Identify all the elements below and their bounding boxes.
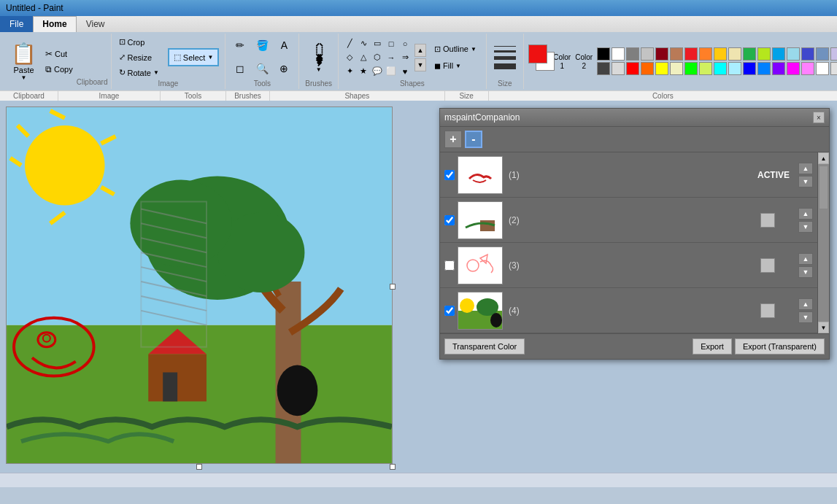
color1-box[interactable] — [528, 44, 547, 63]
swatch-red2[interactable] — [626, 62, 639, 75]
shape-callout1[interactable]: 💬 — [371, 65, 384, 78]
swatch-indigo[interactable] — [772, 62, 785, 75]
copy-button[interactable]: ⧉ Copy — [42, 63, 77, 76]
layer-3-vis-box[interactable] — [760, 258, 775, 273]
resize-handle-right[interactable] — [390, 284, 396, 290]
size-line-2[interactable] — [494, 50, 516, 53]
swatch-orange[interactable] — [699, 47, 712, 61]
cut-button[interactable]: ✂ Cut — [42, 47, 77, 61]
swatch-yellow[interactable] — [714, 47, 727, 61]
shape-star4[interactable]: ✦ — [343, 65, 356, 78]
eraser-tool[interactable]: ◻ — [230, 58, 250, 79]
shape-arrow2[interactable]: ⇒ — [398, 51, 412, 64]
layer-4-down[interactable]: ▼ — [798, 311, 813, 323]
layer-4-vis-box[interactable] — [760, 303, 775, 318]
scroll-up-arrow[interactable]: ▲ — [818, 152, 829, 164]
swatch-green[interactable] — [743, 47, 756, 61]
shapes-down-arrow[interactable]: ▼ — [414, 58, 426, 71]
scroll-down-arrow[interactable]: ▼ — [818, 322, 829, 333]
swatch-darkred[interactable] — [655, 47, 668, 61]
tab-home[interactable]: Home — [33, 16, 76, 32]
companion-close-button[interactable]: × — [813, 112, 825, 123]
swatch-lilac[interactable] — [830, 47, 837, 61]
shape-heart[interactable]: ♥ — [398, 65, 412, 78]
swatch-ltblue[interactable] — [787, 47, 800, 61]
swatch-yellowgreen[interactable] — [699, 62, 712, 75]
layer-1-up[interactable]: ▲ — [798, 163, 813, 174]
shape-diamond[interactable]: ◇ — [343, 51, 356, 64]
swatch-yellow2[interactable] — [655, 62, 668, 75]
layer-4-checkbox[interactable] — [444, 306, 455, 316]
paint-canvas[interactable] — [6, 106, 393, 464]
layer-1-down[interactable]: ▼ — [798, 176, 813, 187]
fill-tool[interactable]: 🪣 — [252, 35, 272, 55]
swatch-orange2[interactable] — [641, 62, 654, 75]
fill-button[interactable]: ◼ Fill ▼ — [429, 59, 482, 73]
swatch-ltgreen2[interactable] — [684, 62, 698, 75]
swatch-ltyelow2[interactable] — [670, 62, 683, 75]
swatch-ltgreen[interactable] — [757, 47, 771, 61]
size-line-1[interactable] — [494, 46, 516, 47]
size-line-4[interactable] — [494, 63, 516, 69]
pencil-tool[interactable]: ✏ — [230, 35, 250, 55]
size-line-3[interactable] — [494, 56, 516, 60]
export-button[interactable]: Export — [693, 338, 732, 354]
color-picker-tool[interactable]: 🔍 — [252, 58, 272, 79]
layer-2-checkbox[interactable] — [444, 215, 455, 225]
swatch-blue[interactable] — [772, 47, 785, 61]
remove-layer-button[interactable]: - — [465, 131, 482, 148]
resize-handle-corner[interactable] — [390, 464, 396, 470]
crop-button[interactable]: ⊡ Crop — [115, 35, 163, 49]
swatch-cyan[interactable] — [714, 62, 727, 75]
swatch-blue2[interactable] — [743, 62, 756, 75]
text-tool[interactable]: A — [274, 35, 294, 55]
rotate-button[interactable]: ↻ Rotate ▼ — [115, 66, 163, 80]
swatch-black[interactable] — [597, 47, 610, 61]
shape-rect2[interactable]: □ — [385, 37, 398, 50]
swatch-white[interactable] — [612, 47, 625, 61]
swatch-lavender[interactable] — [816, 47, 829, 61]
outline-button[interactable]: ⊡ Outline ▼ — [429, 42, 482, 56]
layer-3-up[interactable]: ▲ — [798, 253, 813, 265]
layer-1-checkbox[interactable] — [444, 170, 455, 180]
shape-triangle[interactable]: △ — [357, 51, 370, 64]
layer-2-up[interactable]: ▲ — [798, 208, 813, 220]
shape-hex[interactable]: ⬡ — [371, 51, 384, 64]
swatch-ltcyan[interactable] — [728, 62, 741, 75]
layer-3-checkbox[interactable] — [444, 260, 455, 271]
swatch-gray[interactable] — [626, 47, 639, 61]
swatch-darkgray2[interactable] — [597, 62, 610, 75]
shape-arrow1[interactable]: → — [385, 51, 398, 64]
shape-line[interactable]: ╱ — [343, 37, 356, 50]
shape-ellipse[interactable]: ○ — [398, 37, 412, 50]
resize-button[interactable]: ⤢ Resize — [115, 50, 163, 64]
swatch-fuchsia[interactable] — [787, 62, 800, 75]
shape-rect[interactable]: ▭ — [371, 37, 384, 50]
layer-3-down[interactable]: ▼ — [798, 266, 813, 278]
swatch-ltgray3[interactable] — [830, 62, 837, 75]
swatch-red[interactable] — [684, 47, 698, 61]
magnify-tool[interactable]: ⊕ — [274, 58, 294, 79]
paste-button[interactable]: 📋 Paste ▼ — [6, 35, 42, 88]
tab-file[interactable]: File — [0, 16, 33, 32]
shape-star5[interactable]: ★ — [357, 65, 370, 78]
add-layer-button[interactable]: + — [444, 131, 462, 148]
swatch-cornblue[interactable] — [757, 62, 771, 75]
shape-callout2[interactable]: ⬜ — [385, 65, 398, 78]
swatch-brown[interactable] — [670, 47, 683, 61]
swatch-lightyellow[interactable] — [728, 47, 741, 61]
swatch-ltfuchsia[interactable] — [801, 62, 814, 75]
swatch-ltgray[interactable] — [641, 47, 654, 61]
color2-label[interactable]: Color 2 — [575, 53, 593, 70]
swatch-ltgray2[interactable] — [612, 62, 625, 75]
layer-2-down[interactable]: ▼ — [798, 221, 813, 233]
resize-handle-bottom[interactable] — [196, 464, 202, 470]
select-button[interactable]: ⬚ Select ▼ — [168, 48, 220, 66]
scroll-thumb[interactable] — [819, 166, 828, 209]
shapes-up-arrow[interactable]: ▲ — [414, 44, 426, 57]
layer-2-vis-box[interactable] — [760, 213, 775, 228]
export-transparent-button[interactable]: Export (Transparent) — [735, 338, 825, 354]
brushes-button[interactable]: 🖌 ▼ — [309, 35, 329, 80]
swatch-purple[interactable] — [801, 47, 814, 61]
swatch-white3[interactable] — [816, 62, 829, 75]
